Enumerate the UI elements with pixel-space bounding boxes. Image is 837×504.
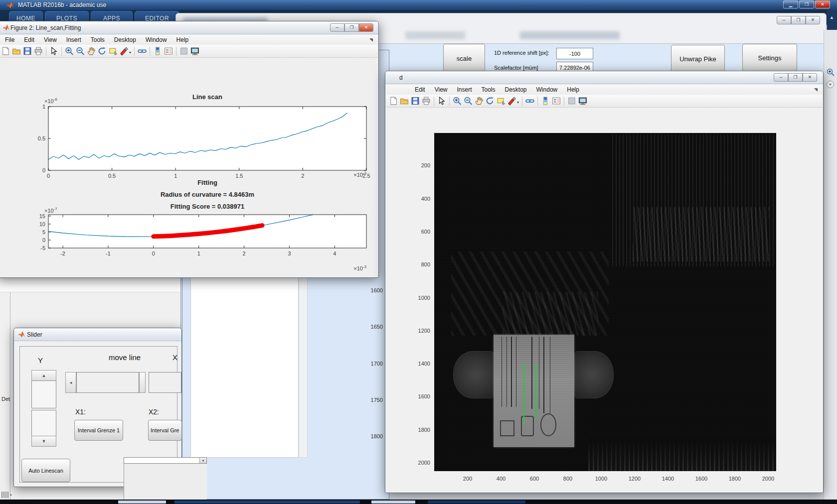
- image-figure-menu-edit[interactable]: Edit: [414, 85, 426, 94]
- matlab-figure-icon: [18, 331, 25, 338]
- ref-shift-input[interactable]: [556, 48, 593, 59]
- image-figure-titlebar[interactable]: d ─ ❐ ✕: [385, 71, 823, 84]
- bg-minimize-button[interactable]: ─: [777, 16, 791, 24]
- print-figure-icon[interactable]: [33, 46, 43, 56]
- pan-hand-icon[interactable]: [474, 96, 484, 106]
- brush-data-icon[interactable]: [119, 46, 129, 56]
- plottools-off-icon[interactable]: [567, 96, 577, 106]
- interval-grenze-2-button[interactable]: Interval Gre: [148, 420, 182, 441]
- y-slider-track-lower[interactable]: [31, 410, 56, 436]
- taskbar-item[interactable]: [118, 501, 166, 504]
- search-icon[interactable]: [826, 68, 835, 77]
- figure2-maximize-button[interactable]: ❐: [344, 23, 359, 32]
- link-plot-icon[interactable]: [137, 46, 147, 56]
- link-plot-icon[interactable]: [525, 96, 535, 106]
- figure2-titlebar[interactable]: Figure 2: Line_scan,Fitting ─ ❐ ✕: [0, 21, 378, 34]
- image-figure-maximize-button[interactable]: ❐: [788, 73, 803, 82]
- popup-menu-bar[interactable]: ▾: [124, 457, 207, 464]
- zoom-out-icon[interactable]: [463, 96, 473, 106]
- figure2-menu-insert[interactable]: Insert: [65, 35, 82, 44]
- figure2-menu-file[interactable]: File: [4, 35, 15, 44]
- figure2-menu-desktop[interactable]: Desktop: [113, 35, 137, 44]
- arrow-cursor-icon[interactable]: [49, 46, 59, 56]
- image-figure-menu-window[interactable]: Window: [535, 85, 559, 94]
- scale-button[interactable]: scale: [443, 44, 485, 73]
- zoom-in-icon[interactable]: [64, 46, 74, 56]
- y-slider-track-upper[interactable]: [31, 380, 56, 408]
- det-button-partial[interactable]: Det: [1, 396, 10, 402]
- figure2-menu-edit[interactable]: Edit: [23, 35, 35, 44]
- fitting-plot[interactable]: -2-101234-5051015: [28, 210, 377, 265]
- interval-grenze-1-button[interactable]: Interval Grenze 1: [74, 420, 123, 441]
- unwrap-pike-button[interactable]: Unwrap Pike: [671, 45, 725, 73]
- save-figure-icon[interactable]: [410, 96, 420, 106]
- y-slider[interactable]: ▲ ▼: [31, 370, 56, 447]
- collapse-ribbon-icon[interactable]: ▲: [830, 15, 834, 20]
- dropdown-circle-icon[interactable]: ▾: [827, 81, 834, 88]
- figure2-menu-window[interactable]: Window: [145, 35, 168, 44]
- main-close-button[interactable]: ✕: [815, 0, 830, 8]
- slider-titlebar[interactable]: Slider: [14, 328, 181, 341]
- plottools-on-icon[interactable]: [190, 46, 200, 56]
- zoom-out-icon[interactable]: [75, 46, 85, 56]
- brush-dropdown-icon[interactable]: ▾: [517, 100, 519, 105]
- data-cursor-icon[interactable]: [496, 96, 506, 106]
- image-figure-close-button[interactable]: ✕: [803, 73, 817, 82]
- figure2-menu-help[interactable]: Help: [175, 35, 190, 44]
- dock-figure-icon[interactable]: ◥: [814, 87, 818, 92]
- y-slider-up-arrow[interactable]: ▲: [31, 370, 56, 381]
- x-slider-track-2[interactable]: [149, 372, 181, 393]
- settings-button[interactable]: Settings: [742, 44, 797, 72]
- plottools-on-icon[interactable]: [578, 96, 588, 106]
- line-scan-marker-1[interactable]: [523, 363, 524, 424]
- main-restore-button[interactable]: ❐: [799, 0, 814, 8]
- insert-legend-icon[interactable]: [551, 96, 561, 106]
- image-figure-menu-help[interactable]: Help: [566, 85, 580, 94]
- rotate-3d-icon[interactable]: [485, 96, 495, 106]
- image-figure-minimize-button[interactable]: ─: [774, 73, 788, 82]
- data-cursor-icon[interactable]: [108, 46, 118, 56]
- x-slider-thumb[interactable]: [139, 372, 146, 393]
- bg-close-button[interactable]: ✕: [806, 16, 820, 24]
- pan-hand-icon[interactable]: [86, 46, 96, 56]
- hologram-image[interactable]: [434, 133, 776, 471]
- image-figure-menu-insert[interactable]: Insert: [456, 85, 473, 94]
- print-figure-icon[interactable]: [421, 96, 431, 106]
- rotate-3d-icon[interactable]: [97, 46, 107, 56]
- figure2-minimize-button[interactable]: ─: [330, 23, 344, 32]
- dock-figure-icon[interactable]: ◥: [369, 37, 373, 42]
- x-slider-left-arrow[interactable]: ◂: [65, 372, 76, 393]
- linescan-plot[interactable]: 00.511.522.500.51: [28, 100, 377, 181]
- figure2-close-button[interactable]: ✕: [359, 23, 373, 32]
- resize-grip[interactable]: ▴: [1, 491, 24, 499]
- new-document-icon[interactable]: [0, 46, 10, 56]
- brush-dropdown-icon[interactable]: ▾: [129, 50, 131, 55]
- open-file-icon[interactable]: [399, 96, 409, 106]
- line-scan-marker-2[interactable]: [535, 363, 536, 418]
- y-slider-down-arrow[interactable]: ▼: [31, 436, 56, 447]
- plottools-off-icon[interactable]: [179, 46, 189, 56]
- popup-menu-arrow-icon[interactable]: ▾: [199, 458, 206, 463]
- auto-linescan-button[interactable]: Auto Linescan: [21, 459, 70, 482]
- open-file-icon[interactable]: [11, 46, 21, 56]
- new-document-icon[interactable]: [388, 96, 398, 106]
- main-minimize-button[interactable]: ▁: [783, 0, 798, 8]
- insert-colorbar-icon[interactable]: [540, 96, 550, 106]
- insert-colorbar-icon[interactable]: [153, 46, 163, 56]
- image-figure-menu-desktop[interactable]: Desktop: [504, 85, 528, 94]
- image-figure-menu-view[interactable]: View: [434, 85, 449, 94]
- taskbar-item[interactable]: [371, 501, 415, 504]
- zoom-in-icon[interactable]: [452, 96, 462, 106]
- image-figure-menu-tools[interactable]: Tools: [481, 85, 497, 94]
- taskbar-item[interactable]: [174, 501, 360, 504]
- taskbar-item[interactable]: [428, 501, 525, 504]
- bg-restore-button[interactable]: ❐: [791, 16, 806, 24]
- figure2-menu-tools[interactable]: Tools: [90, 35, 106, 44]
- brush-data-icon[interactable]: [507, 96, 517, 106]
- arrow-cursor-icon[interactable]: [437, 96, 447, 106]
- save-figure-icon[interactable]: [22, 46, 32, 56]
- x-slider-track-1[interactable]: [76, 372, 139, 393]
- figure2-menu-view[interactable]: View: [43, 35, 58, 44]
- insert-legend-icon[interactable]: [164, 46, 173, 56]
- matlab-logo-icon: [6, 1, 14, 9]
